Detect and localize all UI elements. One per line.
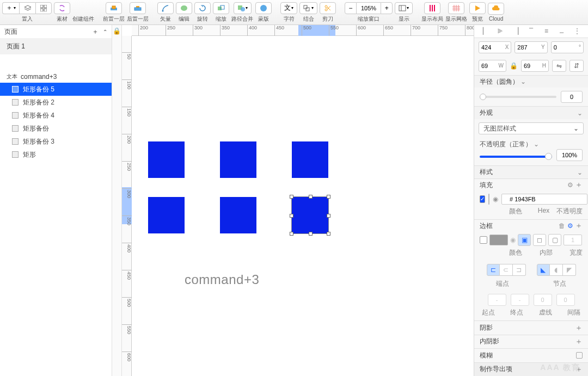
distribute-icon[interactable]: ⋮ [572, 26, 582, 36]
shadow-section[interactable]: 阴影＋ [474, 320, 588, 334]
inner-shadow-section[interactable]: 内阴影＋ [474, 335, 588, 348]
shape-rect[interactable] [220, 197, 256, 233]
edit-tool[interactable] [176, 2, 192, 14]
styles-collapse-icon[interactable]: ⌄ [577, 169, 583, 176]
rotate-tool[interactable] [194, 2, 211, 14]
y-field[interactable]: Y [514, 41, 547, 53]
page-row-1[interactable]: 页面 1 [0, 38, 112, 54]
layer-row[interactable]: 矩形备份 5 [0, 83, 112, 96]
send-backward[interactable] [130, 2, 146, 14]
svg-point-17 [325, 5, 327, 8]
border-delete-icon[interactable]: 🗑 [559, 222, 565, 230]
combine-tool[interactable]: ▾ [299, 2, 317, 14]
opacity-slider[interactable] [480, 156, 552, 158]
cloud-button[interactable] [488, 3, 504, 15]
align-middle-icon[interactable]: ≡ [542, 26, 552, 36]
mask-tool[interactable] [255, 2, 272, 14]
rotation-field[interactable]: ° [551, 41, 584, 53]
shape-rect[interactable] [292, 141, 328, 178]
sync-button[interactable] [54, 2, 70, 14]
join-miter-icon[interactable]: ◣ [537, 264, 550, 276]
border-swatch[interactable] [489, 235, 508, 245]
dash-dash[interactable]: 0 [534, 294, 552, 306]
zoom-value[interactable]: 105% [357, 2, 381, 14]
flip-v-icon[interactable]: ⇵ [569, 60, 584, 72]
cap-square-icon[interactable]: ⊐ [513, 264, 526, 276]
export-section[interactable]: 制作导出项＋ [474, 362, 588, 376]
x-field[interactable]: X [479, 41, 511, 53]
border-outside-icon[interactable]: ▢ [548, 234, 561, 246]
pages-header: 页面 ＋ ⌃ [0, 25, 112, 38]
path-merge[interactable]: ▾ [234, 2, 252, 14]
insert-button[interactable]: ＋▾ [2, 2, 19, 14]
fill-hex-input[interactable] [501, 194, 587, 205]
add-fill-icon[interactable]: ＋ [575, 180, 583, 189]
shape-rect[interactable] [148, 141, 185, 178]
ruler-vertical: 50100150200250300350400450500550600 [122, 36, 132, 376]
canvas-text[interactable]: command+3 [185, 272, 259, 287]
svg-rect-19 [399, 5, 406, 11]
bring-forward[interactable] [106, 2, 122, 14]
show-layout[interactable] [424, 2, 440, 14]
canvas[interactable]: command+3 [132, 36, 474, 376]
lock-icon[interactable]: 🔒 [113, 27, 121, 376]
border-settings-icon[interactable]: ⚙ [567, 222, 573, 230]
shape-rect[interactable] [220, 141, 256, 178]
preview-button[interactable] [469, 2, 486, 14]
shape-rect[interactable] [148, 197, 185, 233]
radius-slider[interactable] [480, 96, 556, 98]
link-wh-icon[interactable]: 🔒 [510, 60, 518, 72]
opacity-input[interactable] [556, 149, 583, 161]
collapse-pages-icon[interactable]: ⌃ [103, 29, 107, 35]
fill-enabled-checkbox[interactable]: ✓ [480, 195, 485, 203]
layer-style-select[interactable]: 无图层样式⌄ [479, 122, 584, 134]
layer-icon [12, 86, 19, 93]
join-bevel-icon[interactable]: ◤ [563, 264, 576, 276]
show-grid[interactable] [448, 2, 464, 14]
appearance-collapse-icon[interactable]: ⌄ [577, 109, 583, 117]
border-inside-icon[interactable]: ▣ [518, 234, 531, 246]
dash-start[interactable]: - [488, 294, 506, 306]
blur-section[interactable]: 模糊 [474, 348, 588, 362]
layers-button[interactable] [19, 2, 35, 14]
flip-h-icon[interactable]: ⇋ [552, 60, 566, 72]
svg-rect-10 [218, 7, 222, 10]
align-center-h-icon[interactable]: ⫸ [495, 26, 505, 36]
align-right-icon[interactable]: ▕ [511, 26, 520, 36]
border-center-icon[interactable]: ◻ [533, 234, 546, 246]
add-border-icon[interactable]: ＋ [575, 221, 583, 230]
zoom-in[interactable]: + [381, 2, 393, 14]
border-link-icon[interactable]: ◉ [510, 236, 516, 244]
text-tool[interactable]: 文▾ [280, 2, 297, 14]
window-view[interactable]: ▾ [395, 2, 413, 14]
join-round-icon[interactable]: ◖ [550, 264, 563, 276]
cap-butt-icon[interactable]: ⊏ [487, 264, 500, 276]
vector-tool[interactable] [157, 2, 174, 14]
fill-settings-icon[interactable]: ⚙ [567, 181, 573, 189]
add-page-icon[interactable]: ＋ [92, 27, 99, 36]
h-field[interactable]: H [521, 60, 549, 72]
cap-round-icon[interactable]: ⊂ [500, 264, 513, 276]
layer-row[interactable]: 矩形备份 3 [0, 135, 112, 148]
border-enabled-checkbox[interactable] [480, 236, 487, 244]
layer-row[interactable]: 矩形 [0, 148, 112, 161]
radius-toggle-icon[interactable]: ⌄ [520, 78, 526, 85]
radius-input[interactable] [561, 91, 583, 103]
align-bottom-icon[interactable]: ⎽ [557, 26, 567, 36]
grid-button[interactable] [35, 2, 52, 14]
align-left-icon[interactable]: ▏ [480, 26, 490, 36]
layer-row[interactable]: 矩形备份 [0, 122, 112, 135]
fill-swatch[interactable] [488, 194, 489, 205]
align-top-icon[interactable]: ⎺ [526, 26, 536, 36]
scale-tool[interactable] [213, 2, 229, 14]
zoom-out[interactable]: − [345, 2, 357, 14]
dash-end[interactable]: - [511, 294, 529, 306]
scissors-tool[interactable] [320, 2, 336, 14]
layer-row[interactable]: 矩形备份 4 [0, 109, 112, 122]
w-field[interactable]: W [479, 60, 506, 72]
text-layer-header[interactable]: 文本 command+3 [0, 71, 112, 83]
border-width-input[interactable] [564, 235, 582, 245]
fill-link-icon[interactable]: ◉ [493, 195, 498, 203]
layer-row[interactable]: 矩形备份 2 [0, 96, 112, 109]
dash-gap[interactable]: 0 [556, 294, 575, 306]
